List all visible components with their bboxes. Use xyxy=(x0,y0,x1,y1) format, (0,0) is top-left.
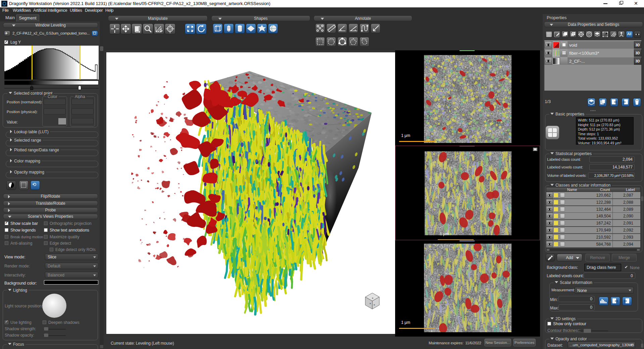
svg-text:✕: ✕ xyxy=(372,297,374,299)
svg-text:✕: ✕ xyxy=(373,304,375,306)
svg-text:1 µm: 1 µm xyxy=(401,320,410,325)
svg-text:1 µm: 1 µm xyxy=(440,232,449,236)
svg-text:✕: ✕ xyxy=(369,302,371,305)
svg-text:1 µm: 1 µm xyxy=(401,133,410,138)
